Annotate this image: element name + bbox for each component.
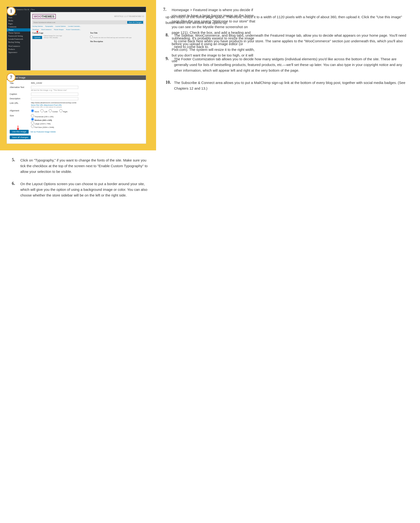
sidebar-theme-options: Theme Options	[7, 32, 31, 34]
featured-link-hint: Enter a link URL or click above for pres…	[31, 106, 143, 108]
alt-hint: Alt text for the image, e.g. "The Mona L…	[31, 89, 143, 91]
featured-size-value: Thumbnail (150 x 150) Medium (300 x 225)…	[31, 114, 143, 128]
set-featured-text: Set as Featured Image Delete	[31, 131, 56, 133]
sidebar-appearance: Appearance	[7, 51, 31, 54]
item-6: 6. On the Layout Options screen you can …	[12, 181, 149, 198]
featured-image-body: Title IMG_13192 Alternative Text Alt tex…	[7, 80, 146, 141]
featured-alt-input[interactable]	[31, 86, 78, 89]
featured-caption-label: Caption	[10, 93, 31, 95]
item-7-text: Homepage > Featured image is where you d…	[172, 7, 255, 64]
size-large[interactable]: Large (1024 x 768)	[31, 123, 51, 125]
breadcrumb-text: Theme Stylesheet ▸ default.css ▸	[33, 22, 55, 23]
featured-link-label: Link URL	[10, 102, 31, 104]
logo-hint: Upload image for your logoAlways URL fri…	[43, 35, 62, 39]
item-5-number: 5.	[12, 157, 18, 163]
featured-alignment-label: Alignment	[10, 109, 31, 112]
featured-link-value: http://www.alnahmoore.com/woocommerce2/w…	[31, 102, 143, 108]
item-7-number: 7.	[163, 7, 170, 12]
featured-size-label: Size	[10, 114, 31, 117]
align-right[interactable]: Right	[59, 109, 67, 113]
submenu-styling[interactable]: Styling Options	[33, 25, 43, 27]
sidebar-comments: Comments	[7, 25, 31, 28]
align-left[interactable]: Left	[41, 109, 47, 113]
save-all-changes-btn[interactable]: Save All Changes	[127, 21, 143, 24]
numbered-items-left: 5. Click on "Typography," if you want to…	[0, 150, 156, 212]
screenshot-admin-panel: My WooCommerce Site ⊕ + New Dashboard Po…	[7, 7, 146, 70]
submenu-footer[interactable]: Footer Customizatio...	[66, 29, 81, 31]
upload-arrow: ▼	[36, 30, 39, 34]
item-6-number: 6.	[12, 181, 18, 186]
sidebar-backup: Backup Setting	[7, 41, 31, 44]
size-thumbnail[interactable]: Thumbnail (150 x 150)	[31, 116, 53, 118]
sidebar-lavada: Lavada Framework	[7, 38, 31, 41]
style-label: MYSTYLE 1.2.17 FRAMEWORK 5.5	[114, 15, 144, 17]
submenu-typography[interactable]: Typography	[45, 25, 53, 27]
featured-desc-label: Description	[10, 97, 31, 100]
featured-caption-value	[31, 93, 143, 96]
align-center[interactable]: Center	[49, 109, 58, 113]
featured-title-value: IMG_13192	[31, 82, 143, 84]
use-image-btn[interactable]: Use this Image	[10, 130, 29, 134]
submenu-woocommerce[interactable]: WooCommerce	[41, 29, 51, 31]
badge-1: 1	[7, 7, 16, 16]
text-title-checkbox[interactable]	[90, 36, 92, 38]
featured-alt-label: Alternative Text	[10, 86, 31, 89]
screenshot-area: 1 My WooCommerce Site ⊕ + New Dashboard …	[0, 0, 156, 150]
featured-title-label: Title	[10, 82, 31, 84]
use-image-arrow	[17, 126, 19, 130]
item-6-text: On the Layout Options screen you can cho…	[20, 181, 149, 198]
featured-alignment-value: None Left Center Right	[31, 109, 143, 113]
site-desc-label: Site Description	[90, 41, 144, 42]
save-all-changes-featured-btn[interactable]: Save all changes	[10, 135, 31, 139]
featured-alt-value: Alt text for the image, e.g. "The Mona L…	[31, 86, 143, 91]
submenu-lavada[interactable]: Lavada Customiz...	[68, 25, 81, 27]
sidebar-pages: Pages	[7, 22, 31, 25]
featured-link-url-text: http://www.alnahmoore.com/woocommerce2/w…	[31, 102, 143, 104]
screenshot-featured-image: Featured Image Title IMG_13192 Alternati…	[7, 75, 146, 144]
featured-size-row: Size Thumbnail (150 x 150) Medium (300 x…	[10, 114, 143, 128]
featured-alignment-row: Alignment None Left Center Right	[10, 109, 143, 113]
item-7-main: 7. Homepage > Featured image is where yo…	[156, 7, 263, 70]
featured-image-header: Featured Image	[7, 75, 146, 80]
admin-topbar: My WooCommerce Site ⊕ + New	[7, 7, 146, 12]
sidebar-framework: Framework Setting	[7, 34, 31, 38]
sidebar-theme[interactable]: Theme	[7, 28, 31, 32]
featured-desc-value	[31, 97, 143, 100]
item-10: 10. The Subscribe & Connect area allows …	[165, 80, 408, 91]
badge-7: 7	[7, 73, 16, 82]
sidebar-products: Products	[7, 48, 31, 51]
featured-caption-input[interactable]	[31, 93, 78, 96]
upload-logo-btn[interactable]: Upload	[33, 36, 42, 39]
featured-desc-row: Description	[10, 97, 143, 100]
text-title-hint: Enable the title text field and tag and …	[93, 37, 132, 39]
size-medium[interactable]: Medium (300 x 225)	[31, 119, 52, 121]
featured-link-row: Link URL http://www.alnahmoore.com/wooco…	[10, 102, 143, 108]
submenu-layout[interactable]: Layout Options	[55, 25, 66, 27]
submenu-thyme[interactable]: Thyme Images	[54, 29, 64, 31]
item-10-text: The Subscribe & Connect area allows you …	[174, 80, 408, 91]
featured-desc-input[interactable]	[31, 97, 78, 100]
admin-sidebar: Dashboard Posts Media Pages Comments The…	[7, 12, 31, 70]
align-none[interactable]: None	[31, 109, 39, 113]
item-7: 7. Homepage > Featured image is where yo…	[163, 7, 255, 64]
size-full[interactable]: Full Size (3264 x 2448)	[31, 126, 54, 128]
sidebar-media: Media	[7, 19, 31, 22]
featured-title-row: Title IMG_13192	[10, 82, 143, 84]
left-column: 1 My WooCommerce Site ⊕ + New Dashboard …	[0, 0, 156, 212]
custom-logo-label: Custom Logo	[33, 32, 86, 34]
sidebar-posts: Posts	[7, 16, 31, 19]
sidebar-woocommerce: WooCommerce	[7, 45, 31, 48]
featured-link-options: None File URL Attachment Post URL	[31, 104, 143, 106]
item-5-text: Click on "Typography," if you want to ch…	[20, 157, 149, 174]
admin-main-content: WOOTHEMES MYSTYLE 1.2.17 FRAMEWORK 5.5 T…	[31, 12, 146, 70]
text-title-label: Test Title	[90, 32, 144, 34]
featured-alt-row: Alternative Text Alt text for the image,…	[10, 86, 143, 91]
item-5: 5. Click on "Typography," if you want to…	[12, 157, 149, 174]
woo-logo: WOOTHEMES	[33, 14, 56, 19]
item-10-number: 10.	[165, 80, 172, 85]
featured-caption-row: Caption	[10, 93, 143, 96]
